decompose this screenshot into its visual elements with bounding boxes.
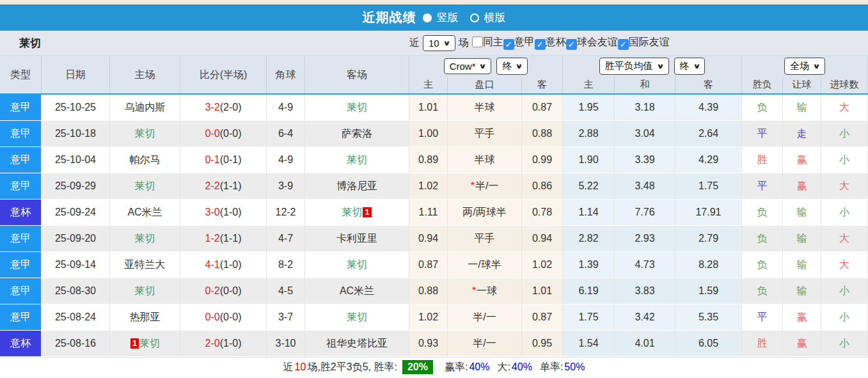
half-score: (1-0): [220, 338, 242, 349]
half-score: (1-1): [220, 233, 242, 244]
avg-win-odds: 5.22: [563, 173, 615, 200]
checkbox-label[interactable]: 国际友谊: [629, 36, 670, 47]
match-result: 负: [742, 252, 783, 278]
col-corners: 角球: [267, 56, 305, 93]
odds-period-select[interactable]: 终 ∨: [496, 58, 528, 75]
home-team: 帕尔马: [110, 147, 180, 173]
sub-result: 胜负: [742, 76, 783, 93]
sub-away-odds: 客: [522, 76, 563, 93]
avg-win-odds: 1.39: [563, 252, 615, 278]
checkbox-checked-icon[interactable]: ✓: [503, 39, 514, 50]
league-badge: 意杯: [0, 200, 42, 226]
checkbox-label[interactable]: 球会友谊: [577, 36, 618, 47]
match-row: 意甲25-09-14亚特兰大4-1(1-0)8-2莱切0.87一/球半1.021…: [0, 252, 868, 278]
summary-label: 大:: [497, 361, 510, 374]
full-score: 2-0: [205, 338, 220, 349]
team-name: 莱切: [347, 258, 367, 272]
handicap-line: *一球: [448, 278, 522, 304]
match-row: 意杯25-09-24AC米兰3-0(1-0)12-2莱切11.11两/两球半0.…: [0, 200, 868, 226]
handicap-result: 赢: [783, 331, 821, 357]
team-name: 莱切: [347, 311, 367, 324]
full-score: 4-1: [205, 259, 220, 271]
avg-lose-odds: 6.05: [675, 331, 742, 357]
handicap-home-odds: 1.02: [409, 304, 448, 331]
chevron-down-icon: ∨: [516, 62, 524, 70]
half-score: (1-1): [220, 180, 242, 192]
checkbox-label[interactable]: 同主: [483, 36, 503, 47]
goals-result: 小: [821, 200, 868, 226]
horizontal-layout-radio[interactable]: [470, 13, 479, 22]
league-badge: 意甲: [0, 304, 42, 331]
avg-win-odds: 1.95: [563, 95, 615, 121]
odds-company-value: Crow*: [450, 61, 476, 72]
odds-company-select[interactable]: Crow* ∨: [444, 58, 492, 74]
match-date: 25-09-29: [42, 173, 110, 200]
score: 0-0(0-0): [180, 121, 267, 147]
handicap-away-odds: 0.78: [522, 200, 563, 226]
avg-draw-odds: 3.48: [615, 173, 675, 200]
handicap-result: 输: [783, 200, 821, 226]
team-name: 亚特兰大: [125, 258, 166, 272]
handicap-result: 走: [783, 121, 821, 147]
avg-draw-odds: 3.18: [615, 95, 675, 121]
match-result: 负: [742, 95, 783, 121]
scope-select[interactable]: 全场 ∨: [784, 58, 825, 75]
sub-home-odds: 主: [409, 76, 448, 93]
avg-draw-odds: 4.73: [615, 252, 675, 278]
col-type: 类型: [0, 56, 42, 93]
corners: 3-9: [267, 173, 305, 200]
handicap-home-odds: 0.87: [409, 252, 448, 278]
team-name: 莱切: [139, 337, 160, 350]
team-name: 莱切: [19, 36, 41, 51]
home-team: 1莱切: [110, 331, 180, 357]
avg-period-value: 终: [680, 60, 690, 72]
avg-period-select[interactable]: 终 ∨: [674, 58, 706, 75]
vertical-layout-label[interactable]: 竖版: [437, 10, 459, 25]
handicap-line: 半球: [448, 147, 522, 173]
horizontal-layout-label[interactable]: 横版: [484, 10, 506, 25]
corners: 3-10: [267, 331, 305, 357]
chevron-down-icon: ∨: [479, 62, 487, 70]
handicap-away-odds: 1.01: [522, 278, 563, 304]
checkbox-checked-icon[interactable]: ✓: [535, 39, 546, 50]
checkbox-checked-icon[interactable]: ✓: [618, 39, 629, 50]
goals-result: 大: [821, 226, 868, 252]
league-badge: 意甲: [0, 278, 42, 304]
checkbox-label[interactable]: 意甲: [514, 36, 535, 47]
summary-text: 近: [283, 361, 294, 374]
handicap-line: 平手: [448, 226, 522, 252]
avg-draw-odds: 3.42: [615, 304, 675, 331]
match-result: 胜: [742, 331, 783, 357]
vertical-layout-radio[interactable]: [423, 13, 432, 22]
avg-odds-group: 胜平负均值 ∨ 终 ∨: [563, 56, 742, 76]
corners: 4-9: [267, 147, 305, 173]
team-name: 帕尔马: [130, 154, 161, 167]
sub-handicap-result: 让球: [783, 76, 821, 93]
avg-odds-select[interactable]: 胜平负均值 ∨: [599, 58, 669, 75]
checkbox-checked-icon[interactable]: ✓: [566, 39, 577, 50]
match-row: 意甲25-08-24热那亚0-0(0-0)3-7莱切1.02半/一0.871.7…: [0, 304, 868, 331]
avg-lose-odds: 2.79: [675, 226, 742, 252]
match-result: 负: [742, 278, 783, 304]
checkbox-label[interactable]: 意杯: [546, 36, 566, 47]
avg-win-odds: 1.75: [563, 304, 615, 331]
match-date: 25-10-25: [42, 95, 110, 121]
avg-draw-odds: 3.39: [615, 147, 675, 173]
checkbox-unchecked-icon[interactable]: [472, 36, 483, 47]
goals-result: 小: [821, 331, 868, 357]
avg-lose-odds: 2.64: [675, 121, 742, 147]
away-team: 莱切: [305, 252, 409, 278]
match-date: 25-09-20: [42, 226, 110, 252]
half-score: (0-0): [220, 285, 242, 297]
match-count-select[interactable]: 10 ∨: [423, 35, 455, 51]
goals-result: 大: [821, 95, 868, 121]
league-badge: 意甲: [0, 252, 42, 278]
full-score: 0-2: [205, 285, 220, 297]
match-row: 意甲25-09-29莱切2-2(1-1)3-9博洛尼亚1.02*半/一0.865…: [0, 173, 868, 200]
full-score: 0-1: [205, 154, 220, 166]
away-team: 萨索洛: [305, 121, 409, 147]
match-result: 平: [742, 121, 783, 147]
match-row: 意甲25-09-20莱切1-2(1-1)4-7卡利亚里0.94平手0.942.8…: [0, 226, 868, 252]
league-badge: 意甲: [0, 121, 42, 147]
sub-goals: 进球数: [821, 76, 868, 93]
